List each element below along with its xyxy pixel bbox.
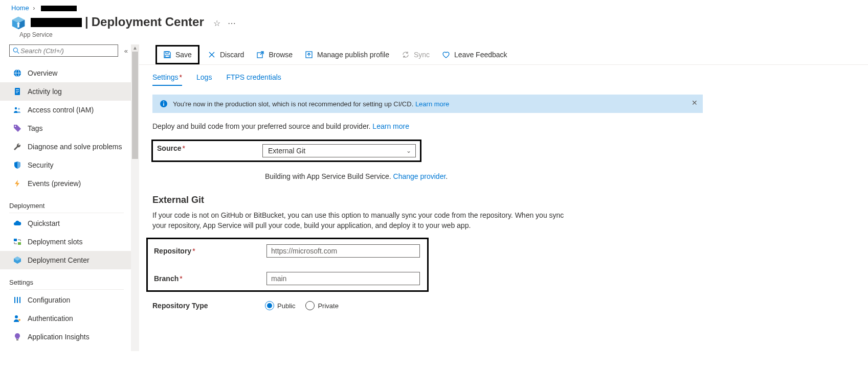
breadcrumb-home[interactable]: Home [11, 4, 29, 12]
banner-close-icon[interactable]: ✕ [692, 99, 698, 107]
bolt-icon [13, 179, 21, 188]
radio-checked-icon [265, 301, 274, 310]
sidebar-search-input[interactable] [19, 47, 115, 55]
page-title: Deployment Center [92, 15, 204, 29]
branch-label: Branch* [154, 274, 266, 283]
banner-learn-more-link[interactable]: Learn more [415, 100, 449, 108]
nav-label: Deployment Center [28, 256, 90, 264]
radio-unchecked-icon [305, 301, 315, 310]
tab-settings[interactable]: Settings* [152, 73, 182, 85]
repository-input[interactable] [266, 244, 420, 258]
scroll-thumb[interactable] [132, 52, 138, 159]
svg-rect-34 [163, 103, 164, 106]
svg-rect-12 [16, 91, 19, 91]
nav-diagnose[interactable]: Diagnose and solve problems [0, 137, 131, 156]
change-provider-link[interactable]: Change provider [393, 172, 446, 180]
browse-label: Browse [269, 51, 293, 59]
scroll-up-icon[interactable]: ▲ [131, 44, 139, 52]
repo-type-row: Repository Type Public Private [143, 301, 712, 310]
deploy-intro-text: Deploy and build code from your preferre… [152, 122, 370, 130]
manage-publish-button[interactable]: Manage publish profile [299, 47, 395, 63]
svg-rect-3 [17, 24, 19, 28]
nav-tags[interactable]: Tags [0, 119, 131, 137]
sync-button: Sync [395, 47, 436, 63]
nav-label: Deployment slots [28, 238, 82, 246]
nav-security[interactable]: Security [0, 156, 131, 174]
scrollbar[interactable]: ▲ [131, 44, 139, 351]
sync-icon [402, 51, 410, 59]
title-separator: | [85, 15, 88, 29]
nav-activity-log[interactable]: Activity log [0, 82, 131, 101]
svg-point-15 [18, 108, 20, 110]
nav-section-deployment: Deployment [9, 202, 124, 213]
svg-rect-22 [17, 297, 18, 303]
repo-type-label: Repository Type [152, 302, 265, 310]
nav-deployment-center[interactable]: Deployment Center [0, 251, 131, 269]
nav-label: Events (preview) [28, 179, 81, 188]
favorite-star-icon[interactable]: ☆ [213, 18, 220, 28]
nav-label: Security [28, 161, 54, 169]
content: Settings* Logs FTPS credentials You're n… [139, 65, 712, 310]
nav-events[interactable]: Events (preview) [0, 174, 131, 193]
svg-rect-13 [16, 93, 18, 93]
nav-label: Authentication [28, 314, 73, 322]
repo-type-public[interactable]: Public [265, 301, 295, 310]
app-service-icon [11, 16, 26, 30]
sliders-icon [13, 296, 21, 304]
slots-icon [13, 238, 21, 246]
repo-type-private[interactable]: Private [305, 301, 338, 310]
external-git-description: If your code is not on GitHub or BitBuck… [152, 211, 577, 230]
search-icon [13, 47, 19, 54]
main-pane: Save Discard Browse Manage publish profi… [139, 44, 868, 351]
build-text: Building with App Service Build Service. [265, 172, 391, 180]
nav-authentication[interactable]: Authentication [0, 309, 131, 328]
tab-logs[interactable]: Logs [196, 73, 212, 85]
more-actions-icon[interactable]: ⋯ [228, 18, 236, 28]
person-key-icon [13, 314, 21, 322]
breadcrumb-redacted [41, 6, 77, 11]
repository-label-text: Repository [154, 247, 191, 255]
source-select[interactable]: External Git ⌄ [262, 144, 416, 157]
nav-label: Activity log [28, 87, 62, 96]
deploy-learn-more-link[interactable]: Learn more [372, 122, 409, 130]
deploy-intro: Deploy and build code from your preferre… [152, 122, 703, 130]
nav-label: Access control (IAM) [28, 106, 94, 114]
chevron-down-icon: ⌄ [406, 147, 411, 154]
repository-row: Repository* [154, 244, 420, 258]
people-icon [13, 106, 21, 114]
sidebar-search[interactable] [9, 44, 118, 57]
nav-access-control[interactable]: Access control (IAM) [0, 101, 131, 119]
breadcrumb: Home › [0, 0, 868, 13]
nav-overview[interactable]: Overview [0, 64, 131, 82]
svg-point-14 [15, 107, 17, 109]
nav-deployment-slots[interactable]: Deployment slots [0, 233, 131, 251]
source-value: External Git [268, 147, 305, 155]
repo-fields-box: Repository* Branch* [146, 238, 429, 292]
breadcrumb-separator: › [33, 4, 35, 12]
nav-application-insights[interactable]: Application Insights [0, 328, 131, 346]
source-label: Source* [157, 144, 262, 157]
save-button[interactable]: Save [155, 45, 199, 64]
branch-input[interactable] [266, 272, 420, 285]
sync-label: Sync [414, 51, 430, 59]
feedback-button[interactable]: Leave Feedback [436, 47, 514, 63]
nav-list: Overview Activity log Access control (IA… [9, 64, 131, 346]
nav-quickstart[interactable]: Quickstart [0, 214, 131, 233]
svg-point-25 [18, 319, 20, 321]
tab-ftps[interactable]: FTPS credentials [226, 73, 281, 85]
collapse-sidebar-icon[interactable]: « [121, 47, 131, 55]
svg-rect-27 [166, 52, 168, 54]
tabs: Settings* Logs FTPS credentials [143, 73, 712, 85]
banner-text: You're now in the production slot, which… [173, 100, 413, 108]
discard-button[interactable]: Discard [202, 47, 250, 63]
branch-label-text: Branch [154, 274, 179, 283]
shield-icon [13, 161, 21, 169]
browse-button[interactable]: Browse [250, 47, 299, 63]
nav-label: Quickstart [28, 219, 60, 227]
document-icon [13, 87, 21, 96]
svg-rect-26 [16, 339, 18, 340]
nav-label: Application Insights [28, 333, 90, 341]
branch-row: Branch* [154, 272, 420, 285]
nav-configuration[interactable]: Configuration [0, 291, 131, 309]
public-label: Public [277, 302, 295, 310]
